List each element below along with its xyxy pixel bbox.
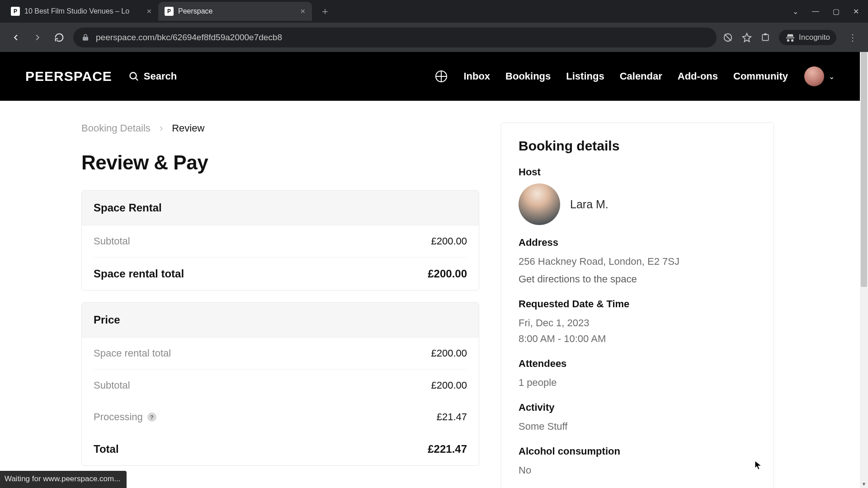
- tabs-dropdown-icon[interactable]: ⌄: [793, 7, 798, 16]
- scroll-down-icon[interactable]: ▼: [860, 480, 868, 488]
- extensions-icon[interactable]: [761, 33, 770, 42]
- table-row: Space rental total £200.00: [82, 258, 479, 290]
- processing-label: Processing: [94, 411, 143, 423]
- svg-rect-1: [762, 34, 768, 40]
- account-menu[interactable]: ⌄: [804, 66, 835, 86]
- card-header: Space Rental: [82, 191, 479, 225]
- nav-addons[interactable]: Add-ons: [678, 70, 718, 82]
- attendees-label: Attendees: [519, 358, 756, 370]
- time-value: 8:00 AM - 10:00 AM: [519, 331, 756, 346]
- alcohol-label: Alcohol consumption: [519, 446, 756, 457]
- maximize-icon[interactable]: ▢: [833, 7, 840, 16]
- site-header: PEERSPACE Search Inbox Bookings Listings…: [0, 52, 860, 101]
- address-label: Address: [519, 237, 756, 249]
- attendees-value: 1 people: [519, 375, 756, 390]
- status-bar: Waiting for www.peerspace.com...: [0, 471, 127, 488]
- date-value: Fri, Dec 1, 2023: [519, 315, 756, 330]
- activity-value: Some Stuff: [519, 419, 756, 434]
- chevron-right-icon: ›: [160, 122, 163, 134]
- tab-title: Peerspace: [178, 7, 296, 15]
- tab-peerspace[interactable]: P Peerspace ✕: [158, 2, 312, 21]
- row-value: £200.00: [431, 380, 467, 391]
- row-label: Total: [94, 443, 119, 455]
- menu-icon[interactable]: ⋮: [845, 32, 860, 43]
- address-value: 256 Hackney Road, London, E2 7SJ: [519, 254, 756, 269]
- tab-strip: P 10 Best Film Studio Venues – Lo ✕ P Pe…: [0, 0, 868, 23]
- breadcrumb-current: Review: [172, 122, 204, 134]
- avatar: [804, 66, 824, 86]
- table-row: Total £221.47: [82, 433, 479, 465]
- scrollbar-thumb[interactable]: [861, 52, 867, 287]
- row-value: £200.00: [431, 347, 467, 359]
- search-button[interactable]: Search: [128, 70, 177, 82]
- site-nav: Inbox Bookings Listings Calendar Add-ons…: [463, 70, 788, 82]
- host-row: Lara M.: [519, 183, 756, 225]
- new-tab-button[interactable]: ＋: [312, 5, 338, 18]
- back-button[interactable]: [8, 30, 24, 45]
- svg-rect-2: [764, 33, 767, 35]
- card-header: Price: [82, 303, 479, 338]
- minimize-icon[interactable]: ―: [812, 7, 819, 16]
- tab-film-studio[interactable]: P 10 Best Film Studio Venues – Lo ✕: [5, 2, 158, 21]
- nav-community[interactable]: Community: [733, 70, 788, 82]
- help-icon[interactable]: ?: [147, 413, 156, 422]
- row-label: Subtotal: [94, 235, 130, 247]
- incognito-label: Incognito: [799, 33, 830, 42]
- forward-button[interactable]: [30, 30, 45, 45]
- datetime-label: Requested Date & Time: [519, 298, 756, 310]
- row-label: Space rental total: [94, 347, 171, 359]
- alcohol-value: No: [519, 463, 756, 478]
- globe-icon[interactable]: [435, 70, 447, 82]
- lock-icon[interactable]: [81, 33, 90, 42]
- nav-listings[interactable]: Listings: [566, 70, 604, 82]
- directions-link[interactable]: Get directions to the space: [519, 272, 756, 286]
- close-window-icon[interactable]: ✕: [853, 7, 859, 16]
- booking-details-title: Booking details: [519, 138, 756, 154]
- nav-inbox[interactable]: Inbox: [463, 70, 490, 82]
- booking-details-card: Booking details Host Lara M. Address 256…: [501, 122, 774, 488]
- url-box[interactable]: peerspace.com/bkc/62694ef8fd59a2000e7dec…: [73, 28, 717, 47]
- row-label: Space rental total: [94, 267, 184, 280]
- row-value: £200.00: [431, 235, 467, 247]
- tab-title: 10 Best Film Studio Venues – Lo: [24, 7, 142, 15]
- row-value: £200.00: [428, 267, 467, 280]
- row-value: £21.47: [437, 411, 467, 423]
- table-row: Processing ? £21.47: [82, 401, 479, 433]
- search-icon: [128, 71, 139, 82]
- svg-point-3: [130, 73, 136, 79]
- table-row: Space rental total £200.00: [82, 338, 479, 369]
- window-controls: ⌄ ― ▢ ✕: [793, 7, 868, 16]
- reload-button[interactable]: [52, 30, 67, 45]
- scrollbar[interactable]: ▲ ▼: [860, 52, 868, 488]
- price-card: Price Space rental total £200.00 Subtota…: [81, 302, 479, 466]
- table-row: Subtotal £200.00: [82, 370, 479, 401]
- logo[interactable]: PEERSPACE: [25, 69, 112, 84]
- space-rental-card: Space Rental Subtotal £200.00 Space rent…: [81, 190, 479, 291]
- nav-bookings[interactable]: Bookings: [505, 70, 551, 82]
- host-name: Lara M.: [570, 198, 609, 211]
- search-label: Search: [144, 70, 177, 82]
- tracking-icon[interactable]: [723, 33, 733, 42]
- host-label: Host: [519, 166, 756, 178]
- incognito-chip[interactable]: Incognito: [779, 30, 836, 45]
- row-value: £221.47: [428, 443, 467, 455]
- breadcrumb-parent[interactable]: Booking Details: [81, 122, 151, 134]
- row-label: Subtotal: [94, 380, 130, 391]
- table-row: Subtotal £200.00: [82, 225, 479, 257]
- breadcrumb: Booking Details › Review: [81, 122, 479, 134]
- favicon-icon: P: [11, 7, 20, 16]
- host-avatar[interactable]: [519, 183, 560, 225]
- close-icon[interactable]: ✕: [300, 8, 306, 15]
- activity-label: Activity: [519, 402, 756, 413]
- page-title: Review & Pay: [81, 151, 479, 174]
- url-text[interactable]: peerspace.com/bkc/62694ef8fd59a2000e7dec…: [96, 33, 708, 42]
- close-icon[interactable]: ✕: [146, 8, 152, 15]
- bookmark-icon[interactable]: [742, 33, 752, 42]
- address-bar: peerspace.com/bkc/62694ef8fd59a2000e7dec…: [0, 23, 868, 52]
- favicon-icon: P: [165, 7, 174, 16]
- chevron-down-icon: ⌄: [829, 72, 835, 81]
- nav-calendar[interactable]: Calendar: [620, 70, 662, 82]
- row-label: Processing ?: [94, 411, 156, 423]
